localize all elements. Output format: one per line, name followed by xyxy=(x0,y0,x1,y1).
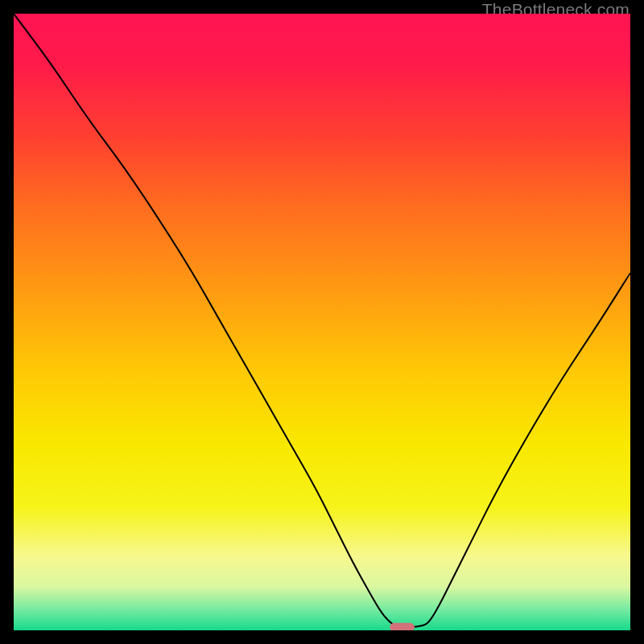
plot-area xyxy=(14,14,630,630)
chart-frame: TheBottleneck.com xyxy=(0,0,644,644)
gradient-background xyxy=(14,14,630,630)
bottleneck-chart xyxy=(14,14,630,630)
optimal-point-marker xyxy=(390,623,415,630)
